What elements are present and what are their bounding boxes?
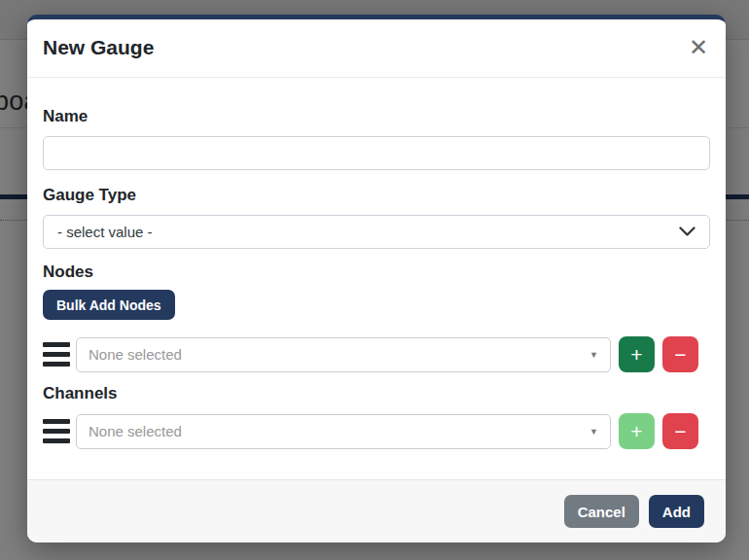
channels-multiselect[interactable]: None selected ▼ bbox=[76, 414, 611, 449]
modal-header: New Gauge ✕ bbox=[27, 19, 726, 78]
nodes-remove-row-button[interactable]: − bbox=[662, 336, 698, 372]
channels-multiselect-placeholder: None selected bbox=[89, 423, 182, 439]
nodes-select-row: None selected ▼ + − bbox=[43, 336, 710, 372]
gauge-type-label: Gauge Type bbox=[43, 186, 710, 205]
close-icon[interactable]: ✕ bbox=[689, 38, 708, 57]
name-input[interactable] bbox=[43, 136, 710, 170]
caret-down-icon: ▼ bbox=[589, 350, 598, 360]
nodes-multiselect-placeholder: None selected bbox=[89, 346, 182, 363]
nodes-multiselect[interactable]: None selected ▼ bbox=[76, 337, 611, 372]
channels-select-row: None selected ▼ + − bbox=[43, 413, 710, 449]
modal-body: Name Gauge Type - select value - Nodes B… bbox=[27, 78, 726, 479]
gauge-type-select[interactable]: - select value - bbox=[43, 215, 710, 249]
nodes-add-row-button[interactable]: + bbox=[619, 336, 655, 372]
chevron-down-icon bbox=[679, 227, 696, 237]
channels-add-row-button[interactable]: + bbox=[619, 413, 655, 449]
add-button[interactable]: Add bbox=[649, 495, 704, 528]
caret-down-icon: ▼ bbox=[589, 427, 598, 437]
bulk-add-nodes-button[interactable]: Bulk Add Nodes bbox=[43, 290, 175, 320]
channels-label: Channels bbox=[43, 384, 710, 403]
cancel-button[interactable]: Cancel bbox=[564, 495, 639, 528]
drag-handle-icon[interactable] bbox=[43, 342, 70, 367]
drag-handle-icon[interactable] bbox=[43, 419, 70, 443]
new-gauge-modal: New Gauge ✕ Name Gauge Type - select val… bbox=[27, 15, 726, 542]
channels-remove-row-button[interactable]: − bbox=[662, 413, 698, 449]
name-label: Name bbox=[43, 107, 710, 126]
nodes-label: Nodes bbox=[43, 262, 710, 282]
modal-title: New Gauge bbox=[43, 36, 154, 59]
gauge-type-selected-value: - select value - bbox=[57, 224, 153, 240]
modal-footer: Cancel Add bbox=[27, 479, 726, 542]
